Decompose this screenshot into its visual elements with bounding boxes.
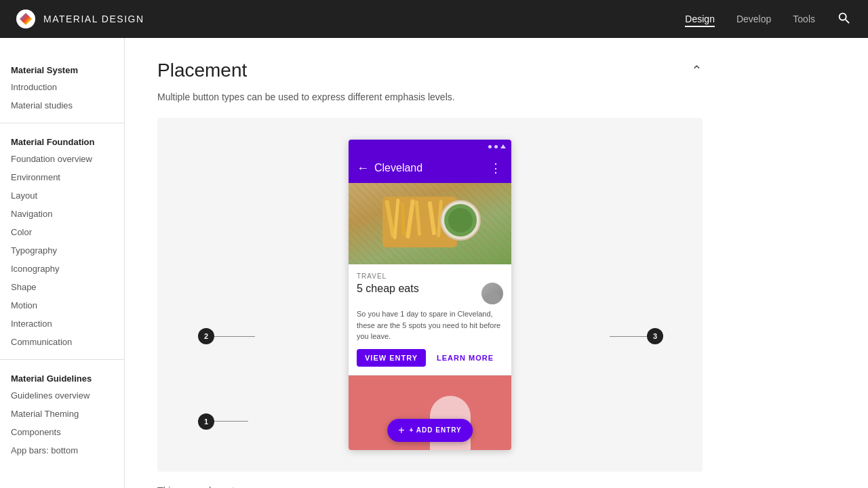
- sidebar-item-navigation[interactable]: Navigation: [0, 205, 124, 223]
- nav-develop[interactable]: Develop: [736, 11, 771, 27]
- view-entry-button[interactable]: VIEW ENTRY: [357, 349, 426, 367]
- card-title: 5 cheap eats: [357, 283, 419, 295]
- sidebar-divider-1: [0, 123, 124, 123]
- card-content: TRAVEL 5 cheap eats So you have 1 day to…: [349, 264, 511, 375]
- phone-toolbar: ← Cleveland ⋮: [349, 153, 511, 183]
- food-image: [349, 183, 511, 264]
- fab-button[interactable]: + + ADD ENTRY: [387, 419, 473, 442]
- bowl-sauce: [444, 204, 477, 237]
- fab-plus-icon: +: [398, 424, 405, 436]
- bowl-inner: [448, 208, 473, 232]
- collapse-button[interactable]: ⌃: [691, 62, 703, 79]
- topnav-links: Design Develop Tools: [685, 11, 852, 28]
- annotation-line-2: [214, 336, 255, 337]
- section-header: Placement ⌃: [157, 60, 703, 81]
- fry-5: [415, 201, 422, 236]
- fry-3: [401, 202, 406, 236]
- sidebar-item-material-theming[interactable]: Material Theming: [0, 405, 124, 423]
- sidebar-section-material-system: Material System: [0, 60, 124, 78]
- toolbar-left: ← Cleveland: [357, 161, 422, 176]
- brand-title: MATERIAL DESIGN: [43, 14, 144, 24]
- usage-title: This screen layout uses:: [157, 485, 703, 488]
- fries-container: [349, 183, 511, 264]
- back-icon[interactable]: ←: [357, 161, 369, 176]
- sidebar-item-foundation-overview[interactable]: Foundation overview: [0, 150, 124, 168]
- nav-tools[interactable]: Tools: [793, 11, 815, 27]
- sidebar-section-foundation: Material Foundation: [0, 131, 124, 150]
- battery-icon: [500, 144, 506, 148]
- demo-container: 2 3 1: [157, 118, 703, 472]
- sidebar-item-introduction[interactable]: Introduction: [0, 78, 124, 96]
- bowl: [440, 200, 481, 241]
- annotation-2-group: 2: [198, 328, 255, 344]
- wifi-icon: [494, 145, 498, 148]
- card-actions: VIEW ENTRY LEARN MORE: [357, 349, 503, 367]
- food-illustration: [376, 186, 484, 261]
- nav-design[interactable]: Design: [685, 11, 715, 27]
- sidebar-item-typography[interactable]: Typography: [0, 241, 124, 260]
- signal-icon: [488, 145, 492, 148]
- fry-7: [428, 201, 437, 235]
- search-button[interactable]: [837, 11, 852, 28]
- section-title: Placement: [157, 60, 247, 81]
- fry-6: [422, 199, 427, 239]
- annotation-1: 1: [198, 413, 214, 430]
- topnav-brand: MATERIAL DESIGN: [16, 9, 144, 28]
- sidebar-item-material-studies[interactable]: Material studies: [0, 96, 124, 115]
- sidebar-item-components[interactable]: Components: [0, 423, 124, 441]
- card-tag: TRAVEL: [357, 272, 503, 280]
- phone-mockup: ← Cleveland ⋮: [349, 140, 511, 450]
- learn-more-button[interactable]: LEARN MORE: [431, 349, 499, 367]
- sidebar-item-app-bars-bottom[interactable]: App bars: bottom: [0, 441, 124, 460]
- sidebar-item-iconography[interactable]: Iconography: [0, 260, 124, 278]
- card-desc: So you have 1 day to spare in Cleveland,…: [357, 308, 503, 342]
- sidebar-item-guidelines-overview[interactable]: Guidelines overview: [0, 386, 124, 405]
- annotation-3: 3: [647, 328, 663, 344]
- top-navigation: MATERIAL DESIGN Design Develop Tools: [0, 0, 868, 38]
- sidebar-item-color[interactable]: Color: [0, 223, 124, 241]
- sidebar-item-layout[interactable]: Layout: [0, 186, 124, 205]
- toolbar-city: Cleveland: [374, 162, 422, 174]
- annotation-2: 2: [198, 328, 214, 344]
- sidebar-section-guidelines: Material Guidelines: [0, 368, 124, 386]
- sidebar: Material System Introduction Material st…: [0, 38, 125, 488]
- main-content: Placement ⌃ Multiple button types can be…: [125, 38, 735, 488]
- sidebar-item-shape[interactable]: Shape: [0, 278, 124, 296]
- logo-icon: [20, 13, 32, 25]
- fry-4: [406, 199, 415, 239]
- avatar: [481, 283, 503, 304]
- section-description: Multiple button types can be used to exp…: [157, 89, 703, 104]
- brand-logo: [16, 9, 35, 28]
- more-icon[interactable]: ⋮: [490, 161, 503, 176]
- second-card: + + ADD ENTRY: [349, 375, 511, 450]
- page-wrapper: Material System Introduction Material st…: [0, 38, 868, 488]
- fry-2: [393, 199, 399, 239]
- annotation-line-3: [610, 336, 647, 337]
- sidebar-item-interaction[interactable]: Interaction: [0, 314, 124, 333]
- annotation-1-group: 1: [198, 413, 248, 430]
- card-row: 5 cheap eats: [357, 283, 503, 304]
- avatar-head: [484, 293, 500, 304]
- phone-statusbar: [349, 140, 511, 153]
- sidebar-item-motion[interactable]: Motion: [0, 296, 124, 314]
- sidebar-divider-2: [0, 359, 124, 360]
- sidebar-item-environment[interactable]: Environment: [0, 168, 124, 186]
- annotation-line-1: [214, 421, 248, 422]
- fab-label: + ADD ENTRY: [410, 426, 462, 434]
- annotation-3-group: 3: [610, 328, 663, 344]
- sidebar-item-communication[interactable]: Communication: [0, 333, 124, 351]
